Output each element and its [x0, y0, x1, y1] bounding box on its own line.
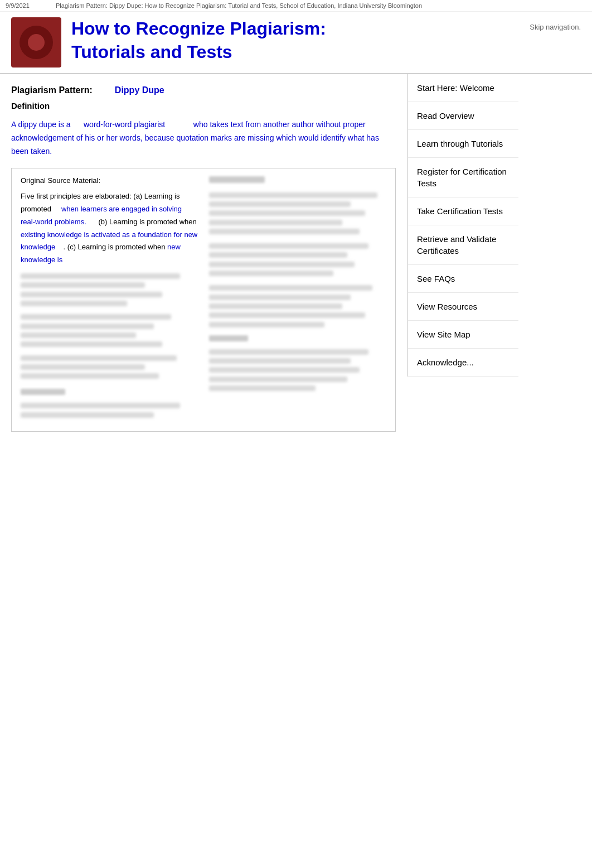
source-right-column	[209, 176, 386, 423]
sidebar-link-learn-tutorials[interactable]: Learn through Tutorials	[417, 139, 503, 148]
sidebar-link-start-here[interactable]: Start Here: Welcome	[417, 83, 494, 93]
pattern-label: Plagiarism Pattern:	[11, 85, 93, 95]
sidebar-item-view-sitemap[interactable]: View Site Map	[408, 321, 518, 349]
definition-text: A dippy dupe is a word-for-word plagiari…	[11, 118, 396, 158]
sidebar-item-read-overview[interactable]: Read Overview	[408, 102, 518, 130]
sidebar-link-acknowledge[interactable]: Acknowledge...	[417, 358, 474, 367]
source-material-label: Original Source Material:	[21, 176, 198, 185]
sidebar-link-view-sitemap[interactable]: View Site Map	[417, 330, 470, 339]
header-title-block: How to Recognize Plagiarism: Tutorials a…	[71, 17, 518, 64]
sidebar-item-register-cert[interactable]: Register for Certification Tests	[408, 158, 518, 197]
main-title: How to Recognize Plagiarism: Tutorials a…	[71, 17, 518, 64]
sidebar-link-retrieve-validate[interactable]: Retrieve and Validate Certificates	[417, 234, 496, 255]
sidebar-item-learn-tutorials[interactable]: Learn through Tutorials	[408, 130, 518, 158]
sidebar-link-take-cert[interactable]: Take Certification Tests	[417, 206, 503, 216]
sidebar: Start Here: Welcome Read Overview Learn …	[407, 74, 518, 377]
pattern-value[interactable]: Dippy Dupe	[115, 85, 164, 95]
source-left-column: Original Source Material: Five first pri…	[21, 176, 198, 423]
page-header: How to Recognize Plagiarism: Tutorials a…	[0, 12, 592, 74]
sidebar-link-register-cert[interactable]: Register for Certification Tests	[417, 167, 507, 188]
source-text-content: Five first principles are elaborated: (a…	[21, 190, 198, 267]
source-link-1[interactable]: when learners are engaged in solving rea…	[21, 205, 182, 226]
top-bar: 9/9/2021 Plagiarism Pattern: Dippy Dupe:…	[0, 0, 592, 12]
plagiarism-pattern-line: Plagiarism Pattern: Dippy Dupe	[11, 85, 396, 95]
sidebar-item-retrieve-validate[interactable]: Retrieve and Validate Certificates	[408, 225, 518, 265]
sidebar-item-faqs[interactable]: See FAQs	[408, 265, 518, 293]
sidebar-link-view-resources[interactable]: View Resources	[417, 302, 477, 311]
definition-heading: Definition	[11, 101, 396, 110]
main-layout: Plagiarism Pattern: Dippy Dupe Definitio…	[0, 74, 592, 443]
sidebar-link-read-overview[interactable]: Read Overview	[417, 111, 474, 120]
sidebar-item-view-resources[interactable]: View Resources	[408, 293, 518, 321]
skip-navigation[interactable]: Skip navigation.	[518, 23, 581, 31]
source-material-box: Original Source Material: Five first pri…	[11, 168, 396, 431]
logo	[11, 17, 61, 67]
sidebar-item-acknowledge[interactable]: Acknowledge...	[408, 349, 518, 377]
blurred-content-left	[21, 271, 198, 419]
sidebar-item-take-cert[interactable]: Take Certification Tests	[408, 197, 518, 225]
sidebar-link-faqs[interactable]: See FAQs	[417, 274, 455, 283]
logo-inner	[20, 26, 53, 59]
page-title-bar: Plagiarism Pattern: Dippy Dupe: How to R…	[56, 2, 586, 9]
sidebar-item-start-here[interactable]: Start Here: Welcome	[408, 74, 518, 102]
date-label: 9/9/2021	[6, 2, 45, 9]
main-content: Plagiarism Pattern: Dippy Dupe Definitio…	[0, 74, 407, 443]
